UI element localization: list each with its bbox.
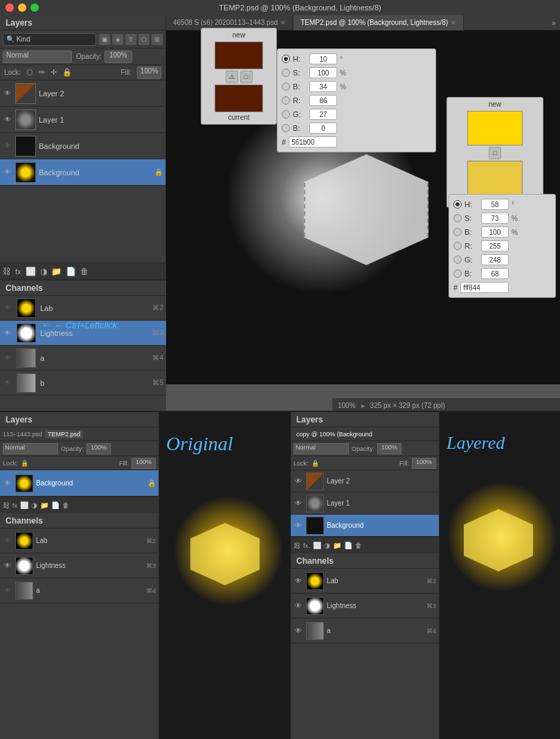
- new-mask-icon[interactable]: ⬜: [26, 267, 36, 276]
- lock-position-icon[interactable]: ✛: [51, 68, 57, 77]
- b2-radio[interactable]: [282, 124, 290, 132]
- lock-image-icon[interactable]: ✏: [39, 68, 45, 77]
- cp2-current-swatch[interactable]: [467, 161, 523, 195]
- br-layer2[interactable]: 👁 Layer 2: [291, 470, 439, 492]
- br-blend-select[interactable]: Normal: [293, 443, 349, 454]
- br-tab[interactable]: copy @ 100% (Background: [293, 430, 375, 438]
- layer-visibility-icon[interactable]: 👁: [3, 115, 12, 125]
- tab-file2[interactable]: TEMP2.psd @ 100% (Background, Lightness/…: [293, 15, 464, 30]
- s2-radio[interactable]: [453, 214, 462, 222]
- cp2-new-swatch[interactable]: [467, 111, 523, 145]
- b2-input[interactable]: [309, 123, 337, 134]
- g2-radio[interactable]: [453, 256, 462, 264]
- r-input[interactable]: [309, 95, 337, 106]
- h-radio[interactable]: [282, 55, 290, 63]
- lock-all-icon[interactable]: 🔒: [62, 68, 72, 77]
- zoom-arrow-icon[interactable]: ▸: [361, 402, 365, 409]
- layer-item-selected[interactable]: 👁 Background 🔒: [0, 159, 165, 186]
- s-radio[interactable]: [282, 69, 290, 77]
- br-delete-icon[interactable]: 🗑: [355, 542, 362, 549]
- br-fx-icon[interactable]: fx.: [303, 542, 310, 549]
- br-layer1[interactable]: 👁 Layer 1: [291, 492, 439, 515]
- layer-item[interactable]: 👁 Layer 2: [0, 80, 165, 107]
- h2-radio[interactable]: [453, 200, 462, 208]
- fill-input[interactable]: 100%: [137, 66, 161, 79]
- br-ch-eye2[interactable]: 👁: [293, 601, 303, 611]
- layer-item[interactable]: 👁 Background: [0, 133, 165, 159]
- lock-transparent-icon[interactable]: ⬡: [26, 68, 33, 77]
- filter-pixel-icon[interactable]: ▣: [99, 34, 110, 45]
- channel-visibility-icon[interactable]: 👁: [3, 328, 12, 338]
- b3-input[interactable]: [481, 226, 509, 238]
- channel-item[interactable]: 👁 b ⌘5: [0, 371, 166, 395]
- filter-shape-icon[interactable]: ⬡: [138, 34, 150, 45]
- layer-kind-select[interactable]: 🔍 Kind: [3, 33, 96, 46]
- b4-radio[interactable]: [453, 269, 462, 278]
- br-adj-icon[interactable]: ◑: [324, 542, 330, 549]
- br-ch-eye3[interactable]: 👁: [293, 626, 303, 636]
- link-layers-icon[interactable]: ⛓: [3, 267, 11, 276]
- layer-visibility-icon[interactable]: 👁: [3, 141, 12, 151]
- br-eye2[interactable]: 👁: [293, 499, 303, 508]
- bl-mask-icon[interactable]: ⬜: [20, 501, 28, 509]
- bl-adj-icon[interactable]: ◑: [31, 501, 37, 509]
- maximize-button[interactable]: [30, 3, 39, 12]
- bl-delete-icon[interactable]: 🗑: [62, 501, 69, 509]
- new-adjustment-icon[interactable]: ◑: [40, 267, 47, 276]
- tabs-overflow-icon[interactable]: »: [548, 19, 560, 27]
- cp-alert-icon[interactable]: ⚠: [226, 71, 238, 83]
- br-eye1[interactable]: 👁: [293, 477, 303, 486]
- filter-type-icon[interactable]: T: [125, 34, 136, 45]
- br-opacity-input[interactable]: 100%: [377, 443, 401, 454]
- cp-gamut-icon[interactable]: □: [240, 71, 253, 83]
- channel-item[interactable]: 👁 Lab ⌘2: [0, 296, 166, 321]
- br-channel-lab[interactable]: 👁 Lab ⌘2: [291, 569, 439, 594]
- bl-ch-eye2[interactable]: 👁: [3, 561, 12, 571]
- close-button[interactable]: [6, 3, 14, 12]
- bl-channel-lightness[interactable]: 👁 Lightness ⌘3: [0, 553, 159, 578]
- g-input[interactable]: [309, 109, 337, 120]
- br-ch-eye1[interactable]: 👁: [293, 576, 303, 586]
- s-input[interactable]: [309, 67, 337, 78]
- r-radio[interactable]: [282, 96, 290, 105]
- br-channel-lightness[interactable]: 👁 Lightness ⌘3: [291, 594, 439, 618]
- bl-tab1[interactable]: 113–1443.psd: [3, 431, 42, 438]
- g-radio[interactable]: [282, 110, 290, 118]
- br-layer-bg[interactable]: 👁 Background: [291, 515, 439, 537]
- bl-channel-a[interactable]: 👁 a ⌘4: [0, 578, 159, 603]
- bl-ch-eye[interactable]: 👁: [3, 536, 12, 546]
- br-mask-icon[interactable]: ⬜: [313, 542, 321, 549]
- cp-new-swatch[interactable]: [215, 42, 263, 69]
- fx-icon[interactable]: fx: [15, 267, 21, 276]
- bl-new-icon[interactable]: 📄: [51, 501, 60, 509]
- new-group-icon[interactable]: 📁: [51, 267, 62, 276]
- layer-visibility-icon[interactable]: 👁: [3, 168, 12, 177]
- delete-layer-icon[interactable]: 🗑: [80, 267, 89, 276]
- bl-blend-select[interactable]: Normal: [3, 443, 58, 454]
- r2-radio[interactable]: [453, 242, 462, 250]
- layer-item[interactable]: 👁 Layer 1: [0, 107, 165, 133]
- tab2-close-icon[interactable]: ✕: [451, 19, 456, 26]
- br-new-icon[interactable]: 📄: [344, 542, 352, 549]
- cp2-gamut-icon[interactable]: □: [489, 147, 501, 159]
- tab1-close-icon[interactable]: ✕: [280, 19, 286, 26]
- opacity-input[interactable]: 100%: [105, 51, 132, 63]
- h2-input[interactable]: [481, 199, 509, 210]
- br-lock-icon[interactable]: 🔒: [311, 460, 319, 467]
- b4-input[interactable]: [481, 268, 509, 279]
- bl-fill-input[interactable]: 100%: [132, 458, 156, 469]
- cp-current-swatch[interactable]: [215, 84, 263, 112]
- r2-input[interactable]: [481, 240, 509, 251]
- b-input[interactable]: [309, 81, 337, 92]
- layer-visibility-icon[interactable]: 👁: [3, 89, 12, 98]
- br-group-icon[interactable]: 📁: [333, 542, 341, 549]
- channel-item[interactable]: 👁 a ⌘4: [0, 346, 166, 371]
- bl-lock-icon[interactable]: 🔒: [21, 460, 28, 467]
- channel-visibility-icon[interactable]: 👁: [3, 353, 12, 363]
- bl-opacity-input[interactable]: 100%: [87, 443, 111, 454]
- bl-group-icon[interactable]: 📁: [40, 501, 48, 509]
- br-link-icon[interactable]: ⛓: [293, 542, 300, 549]
- hex2-input[interactable]: [460, 282, 509, 293]
- bl-link-icon[interactable]: ⛓: [3, 501, 10, 509]
- bl-tab2[interactable]: TEMP2.psd: [45, 430, 83, 438]
